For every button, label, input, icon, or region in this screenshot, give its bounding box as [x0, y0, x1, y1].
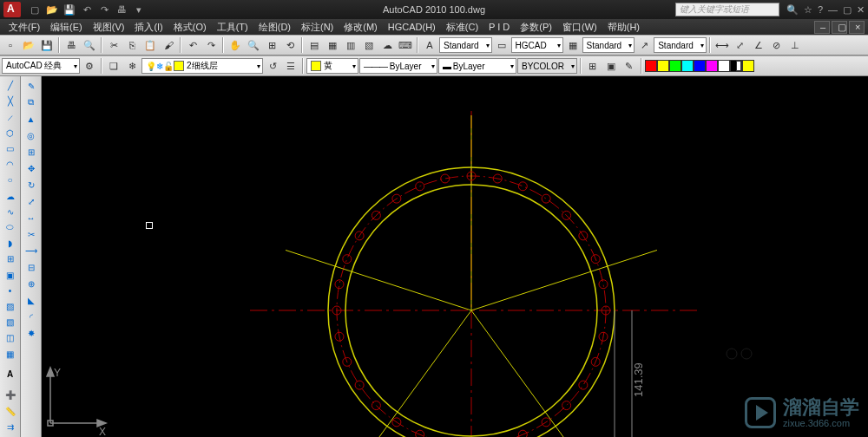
- matchprop-icon[interactable]: 🖌: [160, 36, 177, 54]
- dim-aligned-icon[interactable]: ⤢: [732, 36, 749, 54]
- erase-icon[interactable]: ✎: [23, 78, 40, 94]
- zoom-icon[interactable]: 🔍: [245, 36, 262, 54]
- qat-print-icon[interactable]: 🖶: [115, 3, 128, 16]
- point-icon[interactable]: •: [2, 284, 19, 298]
- layer-freeze-icon[interactable]: ❄: [123, 57, 141, 75]
- line-icon[interactable]: ╱: [2, 78, 19, 93]
- select-similar-icon[interactable]: ⇉: [2, 420, 19, 434]
- workspace-dropdown[interactable]: AutoCAD 经典: [2, 58, 80, 74]
- extend-icon[interactable]: ⟶: [23, 243, 40, 258]
- dim-radius-icon[interactable]: ⊘: [768, 36, 786, 54]
- paste-icon[interactable]: 📋: [141, 36, 159, 54]
- menu-insert[interactable]: 插入(I): [129, 21, 168, 34]
- infocenter-icon[interactable]: ☆: [804, 4, 812, 16]
- doc-minimize-icon[interactable]: –: [814, 21, 830, 34]
- search-input[interactable]: 键入关键字或短语: [675, 3, 779, 16]
- polygon-icon[interactable]: ⬡: [2, 126, 19, 140]
- minimize-icon[interactable]: —: [828, 4, 838, 16]
- spline-icon[interactable]: ∿: [2, 205, 19, 219]
- stretch-icon[interactable]: ↔: [23, 210, 40, 225]
- add-selected-icon[interactable]: ➕: [2, 388, 19, 402]
- insert-block-icon[interactable]: ⊞: [584, 57, 602, 75]
- designcenter-icon[interactable]: ▦: [324, 36, 341, 54]
- menu-parametric[interactable]: 参数(P): [515, 21, 557, 34]
- quickcalc-icon[interactable]: ⌨: [397, 36, 414, 54]
- scale-icon[interactable]: ⤢: [23, 193, 40, 209]
- doc-close-icon[interactable]: ×: [849, 21, 865, 34]
- lineweight-dropdown[interactable]: ▬ ByLayer: [438, 58, 516, 74]
- menu-tools[interactable]: 工具(T): [212, 21, 253, 34]
- menu-standard[interactable]: 标准(C): [441, 21, 483, 34]
- table-style-dropdown[interactable]: Standard: [654, 37, 707, 53]
- menu-window[interactable]: 窗口(W): [557, 21, 602, 34]
- menu-edit[interactable]: 编辑(E): [45, 21, 88, 34]
- explode-icon[interactable]: ✸: [23, 325, 40, 341]
- pan-icon[interactable]: ✋: [227, 36, 244, 54]
- text-style-dropdown[interactable]: Standard: [439, 37, 492, 53]
- copy-tool-icon[interactable]: ⧉: [23, 95, 40, 110]
- layer-manager-icon[interactable]: ❏: [105, 57, 122, 75]
- color-swatch-green[interactable]: [669, 60, 681, 72]
- cut-icon[interactable]: ✂: [105, 36, 122, 54]
- help-icon[interactable]: ?: [818, 4, 823, 16]
- rotate-icon[interactable]: ↻: [23, 177, 40, 192]
- text-style-icon[interactable]: A: [421, 36, 438, 54]
- measure-icon[interactable]: 📏: [2, 403, 19, 418]
- hgcad-style-dropdown[interactable]: HGCAD: [511, 37, 563, 53]
- qat-save-icon[interactable]: 💾: [62, 3, 76, 16]
- dim-ordinate-icon[interactable]: ⊥: [786, 36, 804, 54]
- qat-redo-icon[interactable]: ↷: [97, 3, 111, 16]
- menu-help[interactable]: 帮助(H): [602, 21, 645, 34]
- save-icon[interactable]: 💾: [38, 36, 56, 54]
- dim-angular-icon[interactable]: ∠: [750, 36, 767, 54]
- maximize-icon[interactable]: ▢: [843, 4, 852, 16]
- doc-maximize-icon[interactable]: ▢: [832, 21, 847, 34]
- color-swatch-logical[interactable]: [730, 60, 742, 72]
- color-swatch-white[interactable]: [718, 60, 730, 72]
- markup-icon[interactable]: ☁: [378, 36, 396, 54]
- tool-palettes-icon[interactable]: ▥: [342, 36, 359, 54]
- revcloud-icon[interactable]: ☁: [2, 188, 19, 203]
- offset-icon[interactable]: ◎: [23, 127, 40, 143]
- trim-icon[interactable]: ✂: [23, 226, 40, 242]
- preview-icon[interactable]: 🔍: [81, 36, 98, 54]
- copy-icon[interactable]: ⎘: [123, 36, 141, 54]
- menu-view[interactable]: 视图(V): [88, 21, 130, 34]
- menu-hgcad[interactable]: HGCAD(H): [383, 22, 441, 32]
- menu-draw[interactable]: 绘图(D): [253, 21, 296, 34]
- open-icon[interactable]: 📂: [20, 36, 37, 54]
- zoom-prev-icon[interactable]: ⟲: [281, 36, 299, 54]
- dim-style-dropdown[interactable]: Standard: [582, 37, 635, 53]
- color-swatch-magenta[interactable]: [706, 60, 718, 72]
- menu-file[interactable]: 文件(F): [3, 21, 45, 34]
- menu-modify[interactable]: 修改(M): [339, 21, 383, 34]
- zoom-window-icon[interactable]: ⊞: [263, 36, 280, 54]
- chamfer-icon[interactable]: ◣: [23, 292, 40, 308]
- qat-dropdown-icon[interactable]: ▾: [132, 3, 146, 16]
- layer-previous-icon[interactable]: ↺: [264, 57, 281, 75]
- redo-icon[interactable]: ↷: [202, 36, 220, 54]
- circle-icon[interactable]: ○: [2, 173, 19, 187]
- make-block-icon[interactable]: ▣: [2, 267, 19, 282]
- search-icon[interactable]: 🔍: [786, 4, 799, 16]
- linetype-dropdown[interactable]: ——— ByLayer: [359, 58, 437, 74]
- layer-dropdown[interactable]: 💡❄🔓 2细线层: [141, 58, 263, 74]
- hatch-icon[interactable]: ▨: [2, 299, 19, 314]
- break-icon[interactable]: ⊟: [23, 259, 40, 275]
- color-swatch-blue[interactable]: [694, 60, 706, 72]
- qat-undo-icon[interactable]: ↶: [80, 3, 94, 16]
- dim-style-icon[interactable]: ▭: [493, 36, 510, 54]
- color-dropdown[interactable]: 黄: [306, 58, 358, 74]
- menu-dimension[interactable]: 标注(N): [296, 21, 339, 34]
- workspace-settings-icon[interactable]: ⚙: [81, 57, 98, 75]
- table-style-icon[interactable]: ▦: [564, 36, 582, 54]
- table-icon[interactable]: ▦: [2, 346, 19, 361]
- qat-open-icon[interactable]: 📂: [45, 3, 59, 16]
- gradient-icon[interactable]: ▧: [2, 315, 19, 329]
- ellipse-icon[interactable]: ⬭: [2, 220, 19, 235]
- region-icon[interactable]: ◫: [2, 330, 19, 345]
- properties-icon[interactable]: ▤: [306, 36, 323, 54]
- create-block-icon[interactable]: ▣: [602, 57, 620, 75]
- fillet-icon[interactable]: ◜: [23, 309, 40, 324]
- layer-state-icon[interactable]: ☰: [282, 57, 299, 75]
